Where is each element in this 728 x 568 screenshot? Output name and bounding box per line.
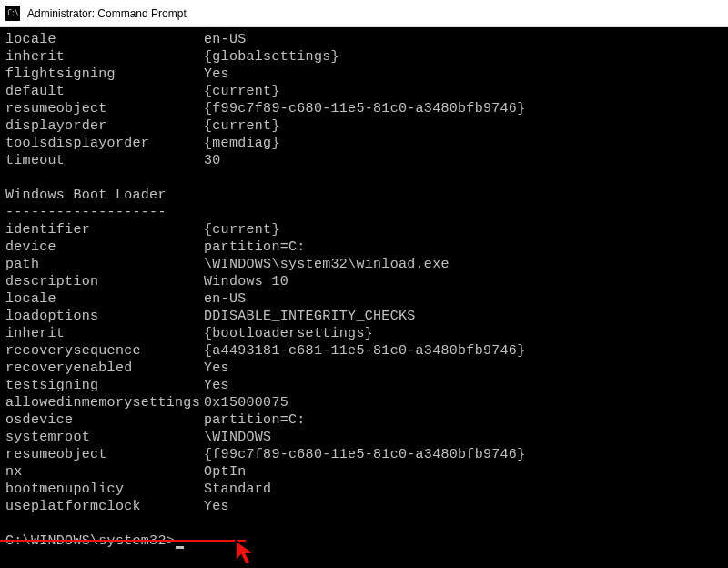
output-row: testsigningYes xyxy=(5,377,723,394)
output-row: default{current} xyxy=(5,83,723,100)
output-key: timeout xyxy=(5,152,204,169)
cmd-icon: C:\ xyxy=(5,6,20,21)
output-value: {f99c7f89-c680-11e5-81c0-a3480bfb9746} xyxy=(204,100,723,117)
output-key: default xyxy=(5,83,204,100)
output-key: allowedinmemorysettings xyxy=(5,394,204,411)
section-title: Windows Boot Loader xyxy=(5,187,723,204)
output-value: Yes xyxy=(204,498,723,515)
cursor xyxy=(176,546,184,549)
output-value: {a4493181-c681-11e5-81c0-a3480bfb9746} xyxy=(204,342,723,360)
output-row: displayorder{current} xyxy=(5,117,723,135)
output-key: toolsdisplayorder xyxy=(5,135,204,152)
output-row: inherit{globalsettings} xyxy=(5,48,723,66)
output-value: {current} xyxy=(204,117,723,135)
output-value: Yes xyxy=(204,360,723,377)
output-value: {globalsettings} xyxy=(204,48,723,66)
output-row: recoverysequence{a4493181-c681-11e5-81c0… xyxy=(5,342,723,360)
output-row: flightsigningYes xyxy=(5,66,723,83)
output-row: identifier{current} xyxy=(5,221,723,238)
output-key: resumeobject xyxy=(5,100,204,117)
output-row: toolsdisplayorder{memdiag} xyxy=(5,135,723,152)
output-value: OptIn xyxy=(204,463,723,481)
output-value: partition=C: xyxy=(204,411,723,429)
annotation-underline xyxy=(0,540,246,542)
output-key: bootmenupolicy xyxy=(5,481,204,498)
output-key: testsigning xyxy=(5,377,204,394)
window-titlebar: C:\ Administrator: Command Prompt xyxy=(0,0,728,27)
output-value: {bootloadersettings} xyxy=(204,325,723,342)
output-value: Windows 10 xyxy=(204,273,723,290)
output-value: en-US xyxy=(204,31,723,48)
output-value: Yes xyxy=(204,377,723,394)
output-row: loadoptionsDDISABLE_INTEGRITY_CHECKS xyxy=(5,308,723,325)
output-value: en-US xyxy=(204,290,723,308)
output-key: locale xyxy=(5,31,204,48)
output-key: useplatformclock xyxy=(5,498,204,515)
output-key: inherit xyxy=(5,48,204,66)
output-value: {current} xyxy=(204,83,723,100)
output-row: localeen-US xyxy=(5,31,723,48)
terminal-output[interactable]: localeen-USinherit{globalsettings}flight… xyxy=(0,27,728,568)
output-key: displayorder xyxy=(5,117,204,135)
output-value: \WINDOWS xyxy=(204,429,723,446)
output-key: resumeobject xyxy=(5,446,204,463)
output-row: nxOptIn xyxy=(5,463,723,481)
output-value: {memdiag} xyxy=(204,135,723,152)
output-row: localeen-US xyxy=(5,290,723,308)
output-key: loadoptions xyxy=(5,308,204,325)
output-value: \WINDOWS\system32\winload.exe xyxy=(204,256,723,273)
output-key: device xyxy=(5,238,204,256)
output-key: nx xyxy=(5,463,204,481)
output-row: path\WINDOWS\system32\winload.exe xyxy=(5,256,723,273)
output-value: {current} xyxy=(204,221,723,238)
output-row: devicepartition=C: xyxy=(5,238,723,256)
output-value: {f99c7f89-c680-11e5-81c0-a3480bfb9746} xyxy=(204,446,723,463)
output-value: 30 xyxy=(204,152,723,169)
output-key: flightsigning xyxy=(5,66,204,83)
output-row: osdevicepartition=C: xyxy=(5,411,723,429)
output-row: timeout30 xyxy=(5,152,723,169)
output-value: 0x15000075 xyxy=(204,394,723,411)
output-value: partition=C: xyxy=(204,238,723,256)
output-row: allowedinmemorysettings0x15000075 xyxy=(5,394,723,411)
output-key: path xyxy=(5,256,204,273)
output-row: descriptionWindows 10 xyxy=(5,273,723,290)
output-row: systemroot\WINDOWS xyxy=(5,429,723,446)
output-value: Yes xyxy=(204,66,723,83)
window-title: Administrator: Command Prompt xyxy=(27,7,187,20)
output-row: bootmenupolicyStandard xyxy=(5,481,723,498)
output-value: Standard xyxy=(204,481,723,498)
output-key: recoveryenabled xyxy=(5,360,204,377)
output-row: recoveryenabledYes xyxy=(5,360,723,377)
output-key: locale xyxy=(5,290,204,308)
output-key: identifier xyxy=(5,221,204,238)
output-key: recoverysequence xyxy=(5,342,204,360)
output-row: useplatformclockYes xyxy=(5,498,723,515)
output-value: DDISABLE_INTEGRITY_CHECKS xyxy=(204,308,723,325)
output-row: resumeobject{f99c7f89-c680-11e5-81c0-a34… xyxy=(5,100,723,117)
output-row: inherit{bootloadersettings} xyxy=(5,325,723,342)
output-row: resumeobject{f99c7f89-c680-11e5-81c0-a34… xyxy=(5,446,723,463)
output-key: systemroot xyxy=(5,429,204,446)
output-key: osdevice xyxy=(5,411,204,429)
output-key: description xyxy=(5,273,204,290)
output-key: inherit xyxy=(5,325,204,342)
section-divider: ------------------- xyxy=(5,204,723,221)
